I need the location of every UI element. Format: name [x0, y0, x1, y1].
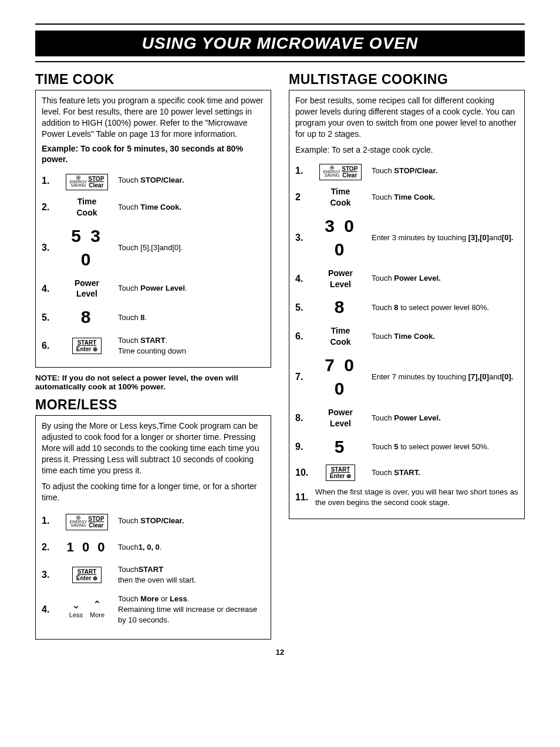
step-icon: 1 0 0 [62, 539, 112, 556]
step-icon: 8 [315, 295, 366, 319]
start-enter-button-icon: STARTEnter ⊕ [72, 338, 102, 354]
step-row: 2.TimeCookTouch Time Cook. [42, 196, 265, 218]
step-desc: Touch 5 to select power level 50%. [372, 442, 518, 452]
step-icon: 3 0 0 [315, 214, 366, 262]
step-icon: STARTEnter ⊕ [62, 567, 112, 583]
step-desc: When the first stage is over, you will h… [315, 487, 518, 508]
step-icon: STARTEnter ⊕ [62, 338, 112, 354]
step-desc: Touch STOP/Clear. [118, 175, 265, 186]
step-icon: PowerLevel [315, 407, 366, 429]
display-8: 8 [335, 297, 347, 317]
step-icon: 5 [315, 435, 366, 459]
start-enter-button-icon: STARTEnter ⊕ [326, 465, 355, 481]
step-row: 11.When the first stage is over, you wil… [295, 487, 518, 508]
more-less-steps: 1.ⓔENERGYSAVINGSTOPClearTouch STOP/Clear… [42, 511, 265, 625]
step-number: 3. [42, 241, 56, 254]
step-desc: Touch Time Cook. [118, 202, 265, 213]
time-cook-note: NOTE: If you do not select a power level… [35, 374, 271, 391]
page-number: 12 [35, 648, 525, 657]
step-icon: TimeCook [315, 186, 366, 208]
time-cook-label-icon: TimeCook [77, 197, 97, 217]
time-cook-intro: This feature lets you program a specific… [42, 95, 265, 140]
step-icon: 7 0 0 [315, 354, 366, 401]
step-icon: PowerLevel [62, 278, 112, 300]
multistage-intro: For best results, some recipes call for … [295, 95, 518, 140]
power-level-label-icon: PowerLevel [328, 268, 353, 289]
step-desc: Touch1, 0, 0. [118, 542, 265, 553]
step-icon: TimeCook [62, 196, 112, 218]
display-700: 7 0 0 [325, 355, 356, 399]
more-less-box: By using the More or Less keys,Time Cook… [35, 415, 271, 639]
step-icon: ⓔENERGYSAVINGSTOPClear [62, 511, 112, 530]
power-level-label-icon: PowerLevel [328, 408, 353, 428]
multistage-steps: 1.ⓔENERGYSAVINGSTOPClearTouch STOP/Clear… [295, 161, 518, 508]
step-desc: Touch Power Level. [372, 413, 518, 423]
multistage-example: Example: To set a 2-stage cook cycle. [295, 144, 518, 156]
more-less-heading: MORE/LESS [35, 397, 271, 413]
step-icon: 5 3 0 [62, 224, 112, 272]
step-number: 5. [42, 311, 56, 324]
step-desc: Touch Time Cook. [372, 331, 518, 342]
more-less-arrows-icon: ⌄Less⌃More [69, 601, 104, 620]
more-less-p1: By using the More or Less keys,Time Cook… [42, 420, 265, 476]
step-desc: Touch STOP/Clear. [372, 166, 518, 176]
step-row: 3.STARTEnter ⊕TouchSTARTthen the oven wi… [42, 564, 265, 586]
step-desc: TouchSTARTthen the oven will start. [118, 564, 265, 586]
start-enter-button-icon: STARTEnter ⊕ [72, 567, 102, 583]
step-desc: Touch 8 to select power level 80%. [372, 302, 518, 313]
multistage-heading: MULTISTAGE COOKING [289, 72, 525, 88]
step-row: 7.7 0 0Enter 7 minutes by touching [7],[… [295, 354, 518, 401]
step-number: 8. [295, 412, 309, 425]
stop-clear-button-icon: ⓔENERGYSAVINGSTOPClear [319, 164, 362, 180]
step-desc: Touch 8. [118, 312, 265, 323]
step-row: 4.PowerLevelTouch Power Level. [42, 278, 265, 300]
step-desc: Enter 3 minutes by touching [3],[0]and[0… [372, 233, 518, 243]
step-row: 9.5Touch 5 to select power level 50%. [295, 435, 518, 459]
step-number: 5. [295, 301, 309, 314]
step-number: 1. [42, 174, 56, 187]
time-cook-steps: 1.ⓔENERGYSAVINGSTOPClearTouch STOP/Clear… [42, 171, 265, 356]
stop-clear-button-icon: ⓔENERGYSAVINGSTOPClear [66, 174, 109, 190]
power-level-label-icon: PowerLevel [75, 278, 99, 299]
step-number: 3. [42, 568, 56, 581]
display-100: 1 0 0 [67, 540, 107, 554]
step-row: 5.8Touch 8 to select power level 80%. [295, 295, 518, 319]
step-number: 6. [295, 330, 309, 343]
step-desc: Enter 7 minutes by touching [7],[0]and[0… [372, 372, 518, 382]
step-row: 2TimeCookTouch Time Cook. [295, 186, 518, 208]
step-row: 3.3 0 0Enter 3 minutes by touching [3],[… [295, 214, 518, 262]
stop-clear-button-icon: ⓔENERGYSAVINGSTOPClear [66, 514, 109, 530]
step-row: 6.TimeCookTouch Time Cook. [295, 325, 518, 348]
step-number: 4. [42, 603, 56, 616]
step-row: 1.ⓔENERGYSAVINGSTOPClearTouch STOP/Clear… [42, 171, 265, 190]
step-number: 6. [42, 339, 56, 352]
step-desc: Touch START.Time counting down [118, 335, 265, 356]
step-row: 5.8Touch 8. [42, 305, 265, 329]
step-icon: ⓔENERGYSAVINGSTOPClear [62, 171, 112, 190]
step-icon: TimeCook [315, 325, 366, 348]
step-number: 7. [295, 371, 309, 383]
time-cook-box: This feature lets you program a specific… [35, 90, 271, 368]
step-row: 10.STARTEnter ⊕Touch START. [295, 465, 518, 481]
display-5: 5 [335, 437, 347, 456]
more-less-p2: To adjust the cooking time for a longer … [42, 481, 265, 503]
time-cook-heading: TIME COOK [35, 72, 271, 88]
step-row: 1.ⓔENERGYSAVINGSTOPClearTouch STOP/Clear… [295, 161, 518, 180]
step-row: 4.PowerLevelTouch Power Level. [295, 268, 518, 290]
page-banner: USING YOUR MICROWAVE OVEN [35, 31, 525, 56]
step-desc: Touch [5],[3]and[0]. [118, 243, 265, 253]
step-number: 1. [42, 514, 56, 527]
banner-rule [35, 61, 525, 62]
display-300: 3 0 0 [325, 216, 356, 260]
multistage-box: For best results, some recipes call for … [289, 90, 525, 519]
step-desc: Touch More or Less.Remaining time will i… [118, 594, 265, 626]
display-8: 8 [81, 307, 93, 327]
step-row: 1.ⓔENERGYSAVINGSTOPClearTouch STOP/Clear… [42, 511, 265, 530]
step-icon: PowerLevel [315, 268, 366, 290]
step-row: 2.1 0 0Touch1, 0, 0. [42, 539, 265, 556]
step-icon: 8 [62, 305, 112, 329]
step-number: 10. [295, 466, 309, 479]
step-number: 11. [295, 491, 309, 504]
step-number: 2. [42, 201, 56, 214]
two-column-layout: TIME COOK This feature lets you program … [35, 68, 525, 640]
